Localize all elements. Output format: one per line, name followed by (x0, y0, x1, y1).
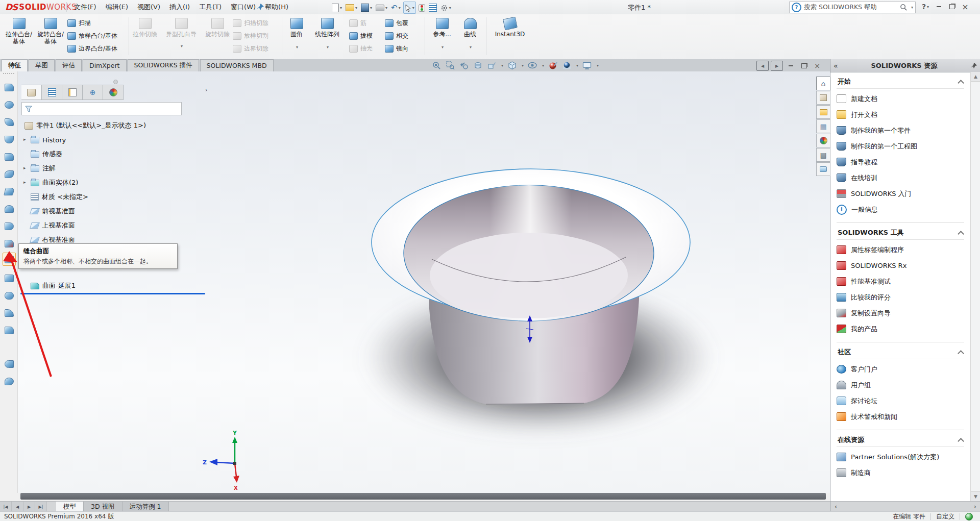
section-tools[interactable]: SOLIDWORKS 工具 (838, 228, 963, 237)
caret-icon[interactable]: ▾ (576, 63, 578, 68)
quick-tips-globe-icon[interactable] (965, 513, 973, 520)
caret-icon[interactable]: ▾ (311, 44, 344, 51)
print-button[interactable]: ▾ (375, 2, 388, 13)
taskpane-item-my-products[interactable]: 我的产品 (830, 321, 970, 337)
menu-help[interactable]: 帮助(H) (260, 0, 293, 14)
rib-button[interactable]: 筋 (349, 17, 383, 30)
linear-pattern-button[interactable]: 线性阵列▾ (310, 17, 344, 57)
tab-nav-first-icon[interactable]: |◀ (0, 502, 12, 512)
undo-button[interactable]: ↶▾ (390, 2, 402, 13)
taskpane-item-tech-alerts-news[interactable]: 技术警戒和新闻 (830, 409, 970, 425)
shell-button[interactable]: 抽壳 (349, 42, 383, 55)
panel-resize-dot[interactable] (113, 80, 118, 84)
collapse-chevron-icon[interactable] (958, 350, 964, 357)
intersect-button[interactable]: 相交 (385, 30, 421, 42)
caret-icon[interactable]: ▾ (340, 6, 342, 10)
revolve-boss-button[interactable]: 旋转凸台/基体 (36, 17, 65, 57)
caret-icon[interactable]: ▾ (927, 5, 929, 9)
menu-insert[interactable]: 插入(I) (165, 0, 194, 14)
collapse-chevron-icon[interactable] (958, 231, 964, 237)
ruled-surface-icon[interactable] (3, 219, 16, 233)
tab-motion-study[interactable]: 运动算例 1 (122, 502, 169, 512)
settings-button[interactable]: ▾ (439, 2, 452, 13)
panel-expand-arrow[interactable]: › (205, 87, 207, 93)
collapse-chevron-icon[interactable] (958, 438, 964, 444)
propertymanager-tab-icon[interactable] (42, 85, 62, 100)
zoom-to-area-icon[interactable] (445, 60, 455, 70)
pin-pane-icon[interactable] (970, 62, 977, 69)
tab-nav-prev-icon[interactable]: ◀ (12, 502, 23, 512)
custom-properties-tab-icon[interactable]: ▤ (816, 148, 830, 162)
scroll-down-icon[interactable]: ▼ (971, 491, 980, 501)
doc-minimize-icon[interactable] (785, 61, 796, 70)
toolbar-grip[interactable] (3, 73, 14, 78)
apply-scene-icon[interactable] (561, 60, 572, 70)
dimxpertmanager-tab-icon[interactable]: ⊕ (83, 85, 103, 100)
caret-icon[interactable]: ▾ (459, 44, 482, 51)
taskpane-item-compare-scores[interactable]: 比较我的评分 (830, 289, 970, 305)
section-community[interactable]: 社区 (838, 348, 963, 357)
offset-surface-icon[interactable] (3, 202, 16, 215)
caret-icon[interactable]: ▾ (385, 6, 387, 10)
previous-view-icon[interactable] (459, 60, 469, 70)
appearances-tab-icon[interactable] (816, 134, 830, 147)
forum-tab-icon[interactable] (816, 162, 830, 176)
taskpane-item-open-document[interactable]: 打开文档 (830, 107, 970, 122)
revolved-surface-icon[interactable] (3, 98, 16, 111)
tab-dimxpert[interactable]: DimXpert (83, 59, 127, 71)
collapse-chevron-icon[interactable] (958, 80, 964, 86)
pane-scroll-right-icon[interactable]: › (974, 503, 976, 510)
options-button[interactable] (428, 2, 438, 13)
tab-features[interactable]: 特征 (2, 59, 28, 71)
planar-surface-icon[interactable] (3, 185, 16, 198)
boundary-boss-button[interactable]: 边界凸台/基体 (67, 42, 127, 55)
thicken-surface-icon[interactable] (3, 324, 16, 337)
tree-item-material[interactable]: 材质 <未指定> (31, 191, 88, 203)
taskpane-item-performance-benchmark[interactable]: 性能基准测试 (830, 274, 970, 289)
caret-icon[interactable]: ▾ (501, 63, 503, 68)
filled-surface-icon[interactable] (3, 167, 16, 181)
taskpane-item-manufacturers[interactable]: 制造商 (830, 465, 970, 481)
pane-right-toggle-icon[interactable]: ▶ (771, 61, 783, 71)
displaymanager-tab-icon[interactable] (103, 85, 124, 100)
configurationmanager-tab-icon[interactable] (62, 85, 83, 100)
menu-tools[interactable]: 工具(T) (194, 0, 226, 14)
loft-cut-button[interactable]: 放样切割 (233, 30, 280, 42)
caret-icon[interactable]: ▾ (412, 6, 414, 10)
taskpane-item-solidworks-rx[interactable]: SOLIDWORKS Rx (830, 258, 970, 274)
caret-icon[interactable]: ▾ (542, 63, 544, 68)
delete-face-icon[interactable] (3, 237, 16, 250)
edit-appearance-icon[interactable] (548, 60, 558, 70)
rollback-bar[interactable] (20, 293, 205, 294)
caret-icon[interactable]: ▾ (597, 63, 599, 68)
fillet-button[interactable]: 圆角▾ (285, 17, 308, 57)
curves-button[interactable]: 曲线▾ (458, 17, 482, 57)
open-document-button[interactable]: ▾ (345, 2, 358, 13)
status-customize-link[interactable]: 自定义 (936, 512, 954, 521)
select-tool-button[interactable]: ▾ (403, 2, 416, 14)
doc-close-icon[interactable]: × (812, 61, 823, 70)
help-search-box[interactable]: ? 搜索 SOLIDWORKS 帮助 ▾ (789, 2, 916, 13)
draft-button[interactable]: 拔模 (349, 30, 383, 42)
menu-view[interactable]: 视图(V) (133, 0, 165, 14)
mirror-button[interactable]: 镜向 (385, 42, 421, 55)
tab-solidworks-addins[interactable]: SOLIDWORKS 插件 (128, 59, 199, 71)
tree-item-surface-extend[interactable]: 曲面-延展1 (31, 280, 76, 292)
knit-surface-icon[interactable] (3, 253, 16, 266)
close-button[interactable]: × (959, 2, 972, 12)
extruded-surface-icon[interactable] (3, 81, 16, 94)
sweep-button[interactable]: 扫描 (67, 17, 127, 30)
taskpane-item-new-document[interactable]: 新建文档 (830, 91, 970, 107)
caret-icon[interactable]: ▾ (911, 5, 913, 10)
taskpane-item-property-tab-builder[interactable]: 属性标签编制程序 (830, 242, 970, 258)
sweep-cut-button[interactable]: 扫描切除 (233, 17, 280, 30)
caret-icon[interactable]: ▾ (370, 6, 372, 10)
annotation-views-icon[interactable] (486, 60, 497, 70)
revolve-cut-button[interactable]: 旋转切除 (204, 17, 231, 57)
pane-scroll-left-icon[interactable]: ‹ (835, 503, 837, 510)
tab-nav-last-icon[interactable]: ▶| (35, 502, 47, 512)
tree-item-sensors[interactable]: 传感器 (31, 148, 62, 160)
reference-geometry-button[interactable]: 参考...▾ (428, 17, 456, 57)
resources-tab-home-icon[interactable]: ⌂ (816, 77, 830, 90)
menu-file[interactable]: 文件(F) (69, 0, 101, 14)
